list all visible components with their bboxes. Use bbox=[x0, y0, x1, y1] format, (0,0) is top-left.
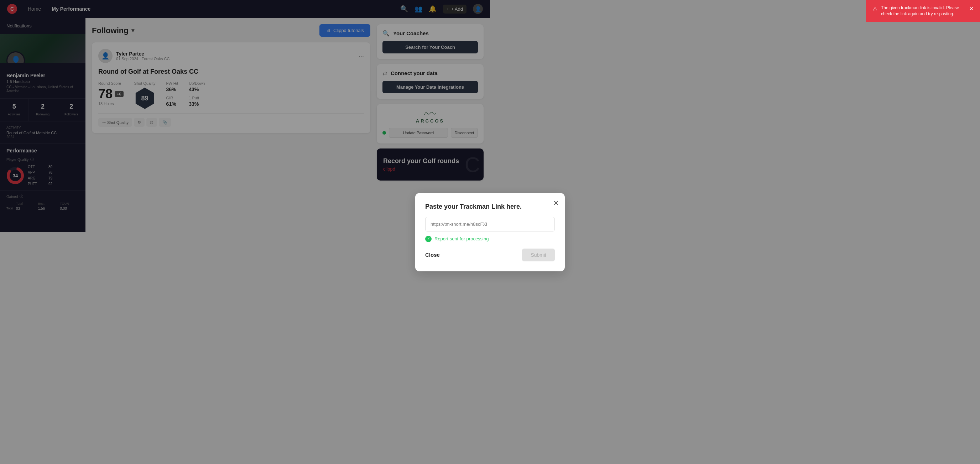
modal-title: Paste your Trackman Link here. bbox=[425, 203, 490, 210]
modal-overlay: ✕ Paste your Trackman Link here. ✓ Repor… bbox=[0, 0, 490, 232]
trackman-modal: ✕ Paste your Trackman Link here. ✓ Repor… bbox=[415, 193, 490, 232]
trackman-link-input[interactable] bbox=[425, 217, 490, 232]
